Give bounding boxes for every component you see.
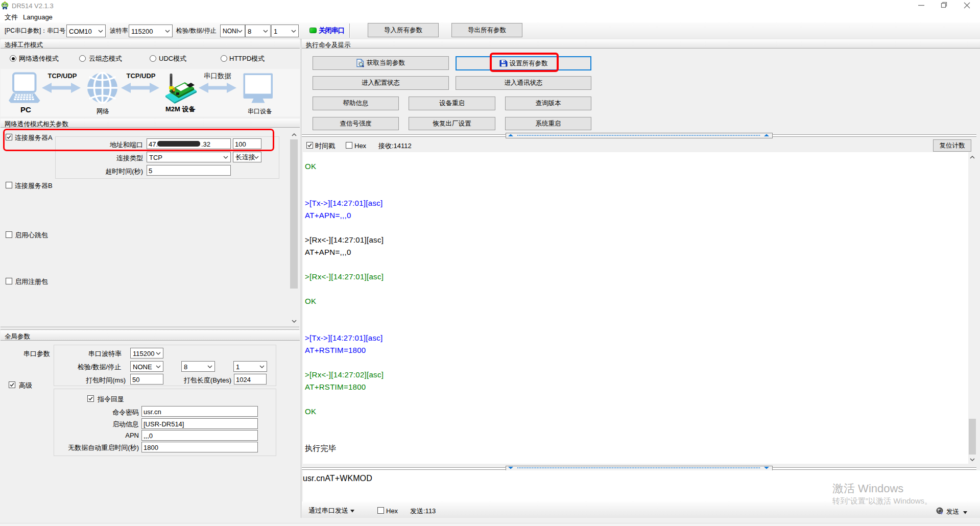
svg-text:串口数据: 串口数据 [204, 72, 231, 80]
svg-text:TCP/UDP: TCP/UDP [126, 72, 155, 80]
svg-text:TCP/UDP: TCP/UDP [47, 72, 77, 80]
